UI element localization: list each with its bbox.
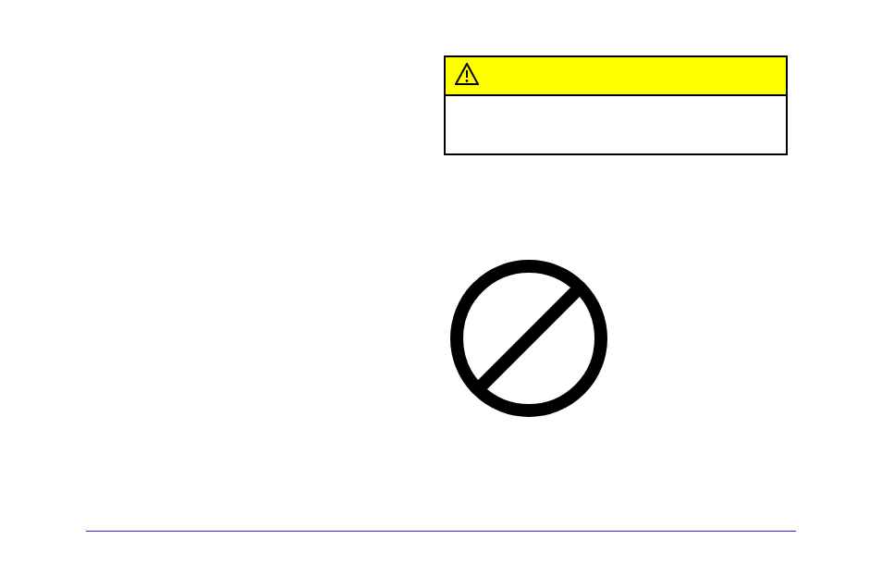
prohibition-icon <box>446 255 612 425</box>
document-page <box>0 0 882 588</box>
svg-line-4 <box>481 290 577 386</box>
caution-body <box>446 96 786 153</box>
footer-rule <box>86 531 796 532</box>
warning-triangle-icon <box>455 63 479 89</box>
caution-header <box>446 57 786 96</box>
svg-point-2 <box>466 80 469 82</box>
caution-box <box>444 55 788 155</box>
